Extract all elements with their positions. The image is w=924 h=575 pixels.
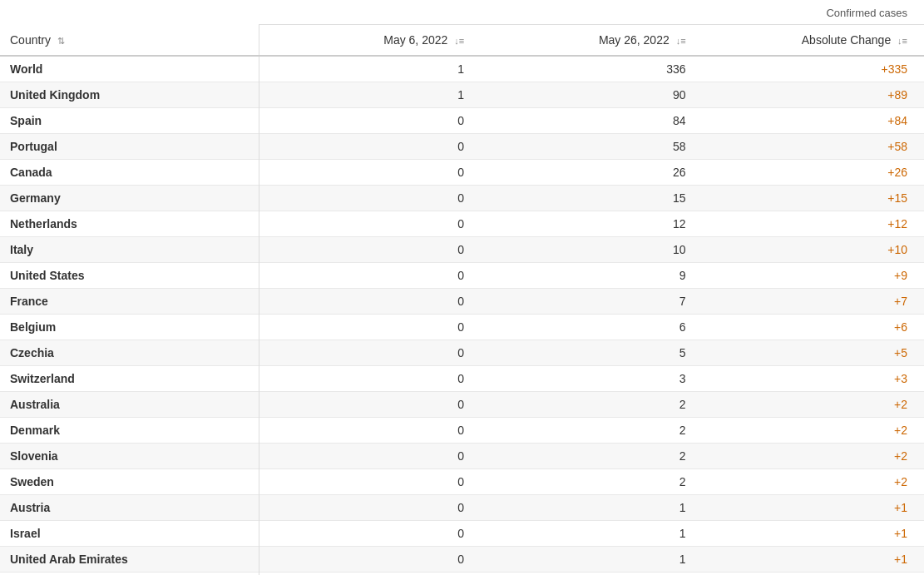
table-row: Canada026+26	[0, 160, 924, 186]
may26-cell: 15	[481, 186, 702, 211]
may6-cell: 0	[259, 108, 481, 134]
absolute-sort-icon[interactable]: ↓≡	[897, 36, 907, 46]
absolute-cell: +12	[703, 211, 924, 237]
may6-cell: 0	[259, 263, 481, 289]
may26-column-header[interactable]: May 26, 2022 ↓≡	[481, 25, 702, 57]
main-container: Confirmed cases Country ⇅ May 6, 2022 ↓≡…	[0, 0, 924, 575]
may26-cell: 0	[481, 573, 702, 576]
may26-cell: 90	[481, 82, 702, 108]
country-cell: France	[0, 289, 259, 315]
may6-cell: 0	[259, 289, 481, 315]
may6-cell: 0	[259, 392, 481, 418]
may26-cell: 12	[481, 211, 702, 237]
may26-cell: 7	[481, 289, 702, 315]
absolute-cell: +335	[703, 56, 924, 82]
may6-cell: 0	[259, 340, 481, 366]
may6-sort-icon[interactable]: ↓≡	[454, 36, 464, 46]
table-row: France07+7	[0, 289, 924, 315]
country-cell: Sweden	[0, 469, 259, 495]
may6-cell: 1	[259, 56, 481, 82]
table-row: Netherlands012+12	[0, 211, 924, 237]
table-row: Denmark02+2	[0, 418, 924, 444]
may6-cell: 1	[259, 82, 481, 108]
may26-cell: 1	[481, 521, 702, 547]
table-row: Portugal058+58	[0, 134, 924, 160]
may26-sort-icon[interactable]: ↓≡	[676, 36, 686, 46]
may6-cell: 0	[259, 134, 481, 160]
may26-label: May 26, 2022	[599, 33, 670, 47]
country-cell: Belgium	[0, 315, 259, 340]
country-cell: United States	[0, 263, 259, 289]
may6-cell: 0	[259, 573, 481, 576]
country-sort-icon[interactable]: ⇅	[57, 36, 65, 47]
table-row: Germany015+15	[0, 186, 924, 211]
may26-cell: 9	[481, 263, 702, 289]
may6-column-header[interactable]: May 6, 2022 ↓≡	[259, 25, 481, 57]
table-row: Spain084+84	[0, 108, 924, 134]
absolute-cell: +26	[703, 160, 924, 186]
absolute-cell: +5	[703, 340, 924, 366]
may26-cell: 26	[481, 160, 702, 186]
may26-cell: 1	[481, 495, 702, 521]
absolute-cell: +3	[703, 366, 924, 392]
table-row: Sweden02+2	[0, 469, 924, 495]
may6-cell: 0	[259, 366, 481, 392]
absolute-cell: +1	[703, 547, 924, 573]
table-row: World1336+335	[0, 56, 924, 82]
country-cell: Austria	[0, 495, 259, 521]
absolute-cell: +2	[703, 469, 924, 495]
absolute-cell: +84	[703, 108, 924, 134]
table-row: United Kingdom190+89	[0, 82, 924, 108]
country-cell: United Arab Emirates	[0, 547, 259, 573]
table-row: United States09+9	[0, 263, 924, 289]
country-cell: Spain	[0, 108, 259, 134]
country-cell: World	[0, 56, 259, 82]
may26-cell: 6	[481, 315, 702, 340]
country-cell: Czechia	[0, 340, 259, 366]
country-cell: Switzerland	[0, 366, 259, 392]
may26-cell: 336	[481, 56, 702, 82]
country-cell: Netherlands	[0, 211, 259, 237]
table-row: Finland00+0	[0, 573, 924, 576]
may26-cell: 5	[481, 340, 702, 366]
may26-cell: 10	[481, 237, 702, 263]
may26-cell: 2	[481, 392, 702, 418]
may6-cell: 0	[259, 521, 481, 547]
may6-label: May 6, 2022	[383, 33, 447, 47]
may6-cell: 0	[259, 547, 481, 573]
absolute-label: Absolute Change	[802, 33, 891, 47]
table-row: Belgium06+6	[0, 315, 924, 340]
may6-cell: 0	[259, 495, 481, 521]
may26-cell: 84	[481, 108, 702, 134]
may26-cell: 2	[481, 418, 702, 444]
country-cell: Denmark	[0, 418, 259, 444]
country-cell: Australia	[0, 392, 259, 418]
absolute-cell: +2	[703, 418, 924, 444]
country-label: Country	[10, 33, 51, 47]
country-cell: Italy	[0, 237, 259, 263]
absolute-cell: +58	[703, 134, 924, 160]
may6-cell: 0	[259, 211, 481, 237]
country-column-header[interactable]: Country ⇅	[0, 25, 259, 57]
may26-cell: 2	[481, 469, 702, 495]
may6-cell: 0	[259, 186, 481, 211]
country-cell: Israel	[0, 521, 259, 547]
country-cell: Slovenia	[0, 444, 259, 469]
may6-cell: 0	[259, 418, 481, 444]
absolute-column-header[interactable]: Absolute Change ↓≡	[703, 25, 924, 57]
may6-cell: 0	[259, 444, 481, 469]
may26-cell: 1	[481, 547, 702, 573]
table-row: Israel01+1	[0, 521, 924, 547]
may26-cell: 2	[481, 444, 702, 469]
country-cell: United Kingdom	[0, 82, 259, 108]
absolute-cell: +10	[703, 237, 924, 263]
may6-cell: 0	[259, 237, 481, 263]
country-cell: Canada	[0, 160, 259, 186]
absolute-cell: +7	[703, 289, 924, 315]
absolute-cell: +2	[703, 444, 924, 469]
absolute-cell: +1	[703, 521, 924, 547]
may6-cell: 0	[259, 469, 481, 495]
table-row: Czechia05+5	[0, 340, 924, 366]
table-row: Austria01+1	[0, 495, 924, 521]
absolute-cell: +9	[703, 263, 924, 289]
